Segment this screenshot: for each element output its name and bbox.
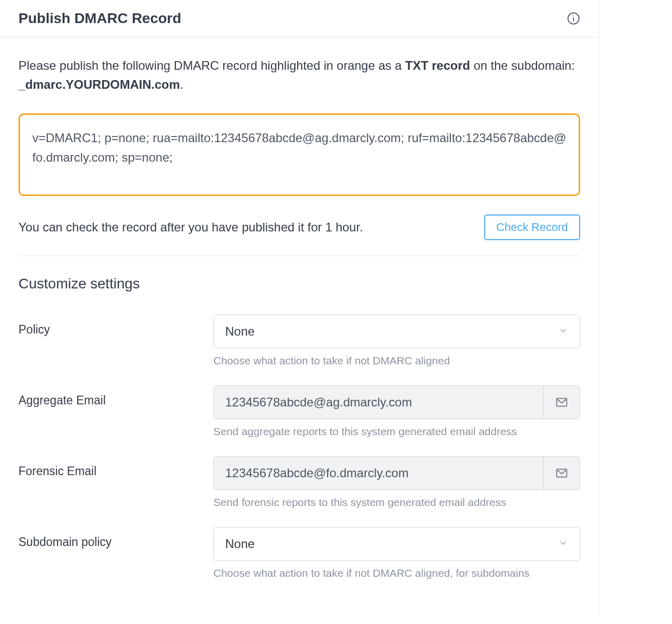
publish-dmarc-card: Publish DMARC Record Please publish the … [0,0,599,616]
envelope-icon[interactable] [544,386,580,419]
dmarc-record-box[interactable]: v=DMARC1; p=none; rua=mailto:12345678abc… [18,113,580,196]
info-icon[interactable] [567,12,580,25]
forensic-email-field[interactable]: 12345678abcde@fo.dmarcly.com [214,457,544,490]
aggregate-email-row: Aggregate Email 12345678abcde@ag.dmarcly… [18,385,580,438]
forensic-email-control: 12345678abcde@fo.dmarcly.com Send forens… [213,456,580,509]
aggregate-email-label: Aggregate Email [18,385,213,407]
chevron-down-icon [558,537,568,551]
subdomain-policy-help: Choose what action to take if not DMARC … [213,567,580,579]
intro-part1: Please publish the following DMARC recor… [18,59,405,72]
forensic-email-row: Forensic Email 12345678abcde@fo.dmarcly.… [18,456,580,509]
subdomain-policy-label: Subdomain policy [18,527,213,549]
card-title: Publish DMARC Record [18,10,181,27]
customize-settings-title: Customize settings [18,276,580,292]
card-body: Please publish the following DMARC recor… [0,37,599,616]
divider [18,256,580,256]
policy-control: None Choose what action to take if not D… [213,315,580,367]
forensic-email-label: Forensic Email [18,456,213,478]
envelope-icon[interactable] [544,457,580,490]
aggregate-email-help: Send aggregate reports to this system ge… [213,425,580,438]
forensic-email-help: Send forensic reports to this system gen… [213,496,580,509]
intro-part3: . [180,77,184,91]
subdomain-policy-select[interactable]: None [213,527,580,561]
card-header: Publish DMARC Record [0,0,599,37]
policy-select[interactable]: None [213,315,580,348]
aggregate-email-control: 12345678abcde@ag.dmarcly.com Send aggreg… [213,385,580,438]
aggregate-email-input-group: 12345678abcde@ag.dmarcly.com [213,385,580,419]
check-row: You can check the record after you have … [18,215,580,240]
subdomain-policy-row: Subdomain policy None Choose what action… [18,527,580,579]
subdomain-policy-control: None Choose what action to take if not D… [213,527,580,579]
check-text: You can check the record after you have … [18,220,363,235]
intro-bold1: TXT record [405,59,470,72]
subdomain-policy-value: None [225,537,254,551]
intro-bold2: _dmarc.YOURDOMAIN.com [18,77,180,91]
policy-row: Policy None Choose what action to take i… [18,315,580,367]
policy-label: Policy [18,315,213,337]
svg-point-2 [573,15,574,16]
policy-help: Choose what action to take if not DMARC … [213,355,580,367]
forensic-email-input-group: 12345678abcde@fo.dmarcly.com [213,456,580,490]
policy-value: None [225,324,254,339]
chevron-down-icon [558,324,568,339]
intro-text: Please publish the following DMARC recor… [18,56,580,94]
dmarc-record-value: v=DMARC1; p=none; rua=mailto:12345678abc… [32,131,566,164]
aggregate-email-field[interactable]: 12345678abcde@ag.dmarcly.com [214,386,544,419]
intro-part2: on the subdomain: [470,59,575,72]
check-record-button[interactable]: Check Record [484,215,580,240]
